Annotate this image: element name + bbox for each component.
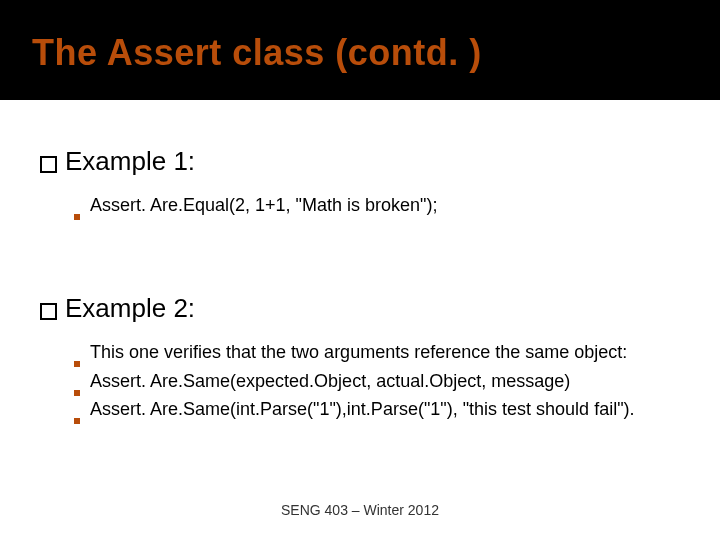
title-band: The Assert class (contd. ) [0,32,720,74]
list-item: Assert. Are.Same(int.Parse("1"),int.Pars… [40,397,680,421]
item-text: This one verifies that the two arguments… [90,340,627,364]
heading-text: Example 2: [65,293,195,324]
list-item: This one verifies that the two arguments… [40,340,680,364]
bullet-icon [74,361,80,367]
list-item: Assert. Are.Equal(2, 1+1, "Math is broke… [40,193,680,217]
slide: The Assert class (contd. ) Example 1: As… [0,0,720,540]
bullet-icon [74,214,80,220]
example1-heading: Example 1: [40,146,680,177]
item-text: Assert. Are.Same(expected.Object, actual… [90,369,570,393]
slide-footer: SENG 403 – Winter 2012 [0,502,720,518]
slide-title: The Assert class (contd. ) [32,32,720,74]
list-item: Assert. Are.Same(expected.Object, actual… [40,369,680,393]
slide-body: Example 1: Assert. Are.Equal(2, 1+1, "Ma… [0,100,720,540]
example2-heading: Example 2: [40,293,680,324]
heading-text: Example 1: [65,146,195,177]
bullet-icon [74,390,80,396]
spacer [40,221,680,283]
square-bullet-icon [40,156,57,173]
item-text: Assert. Are.Same(int.Parse("1"),int.Pars… [90,397,635,421]
bullet-icon [74,418,80,424]
square-bullet-icon [40,303,57,320]
item-text: Assert. Are.Equal(2, 1+1, "Math is broke… [90,193,437,217]
